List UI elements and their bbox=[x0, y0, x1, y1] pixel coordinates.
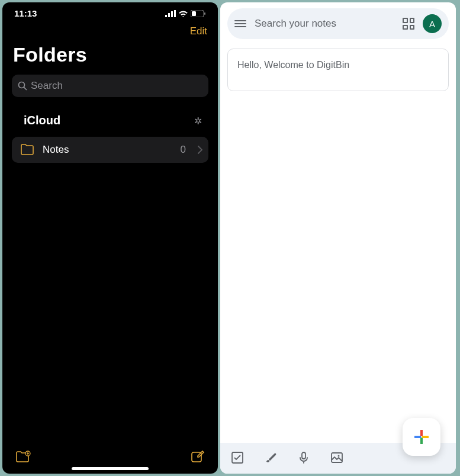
google-keep-app: Search your notes A Hello, Welcome to Di… bbox=[220, 2, 456, 474]
svg-rect-0 bbox=[165, 15, 167, 17]
svg-rect-6 bbox=[204, 12, 205, 15]
svg-rect-19 bbox=[414, 436, 421, 438]
svg-rect-17 bbox=[420, 430, 423, 436]
status-icons bbox=[165, 10, 206, 17]
svg-point-16 bbox=[338, 455, 340, 457]
microphone-button[interactable] bbox=[297, 451, 310, 464]
avatar-initial: A bbox=[429, 19, 435, 29]
nav-bar: Edit bbox=[2, 21, 218, 41]
menu-button[interactable] bbox=[234, 20, 246, 27]
brush-button[interactable] bbox=[264, 451, 277, 464]
edit-button[interactable]: Edit bbox=[190, 25, 207, 37]
svg-rect-20 bbox=[422, 436, 429, 438]
battery-icon bbox=[191, 10, 206, 17]
search-input[interactable]: Search bbox=[12, 75, 208, 97]
new-note-fab[interactable] bbox=[403, 418, 440, 456]
svg-rect-2 bbox=[171, 11, 173, 17]
search-placeholder: Search your notes bbox=[255, 18, 394, 30]
ios-notes-app: 11:13 Edit Folders Search iCloud Notes 0 bbox=[2, 2, 218, 474]
cellular-icon bbox=[165, 10, 176, 17]
folder-row-notes[interactable]: Notes 0 bbox=[12, 137, 208, 163]
search-icon bbox=[18, 81, 27, 91]
svg-rect-14 bbox=[302, 452, 305, 459]
checkbox-button[interactable] bbox=[231, 451, 244, 464]
status-bar: 11:13 bbox=[2, 2, 218, 21]
grid-view-button[interactable] bbox=[403, 18, 414, 30]
folder-name: Notes bbox=[43, 144, 172, 156]
svg-rect-15 bbox=[332, 453, 342, 462]
section-name: iCloud bbox=[24, 114, 60, 127]
svg-rect-3 bbox=[174, 10, 176, 17]
folder-icon bbox=[20, 144, 34, 156]
note-card[interactable]: Hello, Welcome to DigitBin bbox=[227, 49, 449, 91]
account-avatar[interactable]: A bbox=[423, 14, 442, 33]
folder-count: 0 bbox=[181, 144, 186, 156]
loading-spinner-icon bbox=[194, 115, 205, 126]
plus-icon bbox=[413, 428, 430, 446]
image-button[interactable] bbox=[330, 451, 343, 464]
page-title: Folders bbox=[2, 41, 218, 71]
chevron-right-icon bbox=[198, 146, 202, 154]
svg-rect-1 bbox=[168, 13, 170, 17]
icloud-section-header[interactable]: iCloud bbox=[2, 101, 218, 133]
svg-line-8 bbox=[24, 87, 26, 89]
new-folder-button[interactable] bbox=[15, 451, 31, 464]
compose-button[interactable] bbox=[191, 450, 205, 464]
search-placeholder: Search bbox=[31, 80, 63, 92]
svg-rect-5 bbox=[192, 11, 196, 16]
home-indicator[interactable] bbox=[72, 467, 149, 470]
search-bar[interactable]: Search your notes A bbox=[227, 8, 449, 39]
note-text: Hello, Welcome to DigitBin bbox=[237, 60, 349, 70]
status-time: 11:13 bbox=[14, 8, 37, 18]
svg-rect-18 bbox=[420, 438, 423, 444]
wifi-icon bbox=[178, 10, 188, 17]
